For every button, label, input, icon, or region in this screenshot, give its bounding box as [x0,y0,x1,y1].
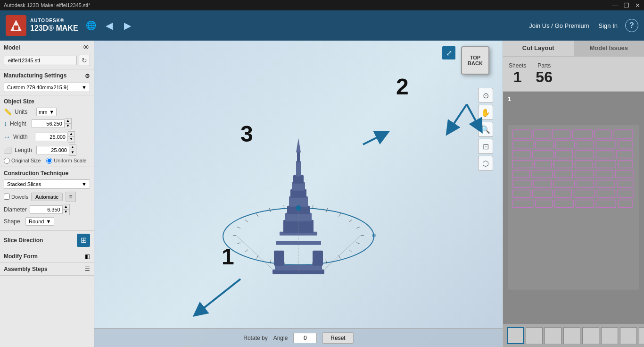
construction-dropdown[interactable]: Stacked Slices ▼ [4,179,90,189]
fit-tool[interactable]: ⊡ [478,139,493,154]
restore-button[interactable]: ❐ [624,2,629,9]
modify-form-label: Modify Form [4,253,38,260]
annotation-2: 2 [396,74,409,100]
redo-button[interactable]: ▶ [122,18,133,33]
model-label: Model [4,44,20,51]
eiffel-model-svg [199,104,397,302]
height-up[interactable]: ▲ [65,118,71,124]
svg-line-6 [339,213,341,216]
tab-cut-layout[interactable]: Cut Layout [503,41,574,56]
shape-dropdown[interactable]: Round ▼ [25,217,54,226]
height-label: Height [10,120,29,127]
cube-navigator[interactable]: TOP BACK [461,46,493,78]
tab-model-issues[interactable]: Model Issues [574,41,644,56]
units-value: mm [39,109,47,115]
sheet-thumb-6[interactable] [601,327,618,344]
svg-rect-1 [14,25,18,30]
uniform-scale-radio[interactable] [46,158,52,164]
zoom-tool[interactable]: 🔍 [478,122,493,137]
sheet-thumb-1[interactable] [507,327,524,344]
perspective-tool[interactable]: ⬡ [478,156,493,171]
original-size-option[interactable]: Original Size [4,158,41,164]
uniform-scale-label: Uniform Scale [54,158,86,163]
svg-line-23 [245,220,248,222]
side-tools: ⊙ ✋ 🔍 ⊡ ⬡ [478,88,493,171]
length-up[interactable]: ▲ [69,145,76,150]
auto-button[interactable]: Automatic [31,193,63,201]
minimize-button[interactable]: — [612,2,618,9]
shape-arrow: ▼ [46,219,51,224]
original-size-radio[interactable] [4,158,10,164]
model-section: Model 👁 eiffel12345.stl ↻ [0,41,94,69]
object-size-label: Object Size [4,98,90,105]
sheet-thumb-5[interactable] [582,327,599,344]
join-premium-link[interactable]: Join Us / Go Premium [529,22,589,29]
sheet-number: 1 [508,95,511,102]
width-up[interactable]: ▲ [68,132,74,137]
expand-button[interactable]: ⤢ [442,46,455,59]
construction-label: Construction Technique [4,170,90,177]
mfg-settings-icon[interactable]: ⚙ [85,73,90,79]
help-button[interactable]: ? [625,19,638,32]
height-down[interactable]: ▼ [65,124,71,129]
sign-in-link[interactable]: Sign In [599,22,618,29]
cut-layout-preview: 1 [503,92,644,323]
rotate-label: Rotate by [243,335,267,341]
slice-direction-button[interactable]: ⊞ [77,234,90,247]
svg-point-47 [372,233,376,237]
svg-rect-30 [313,250,323,265]
mfg-dropdown-arrow: ▼ [82,85,87,90]
length-input-wrap: ▲ ▼ [36,144,90,156]
units-icon: 📏 [4,108,12,116]
diameter-input[interactable] [30,205,63,214]
right-panel: Cut Layout Model Issues Sheets 1 Parts 5… [503,41,644,347]
length-down[interactable]: ▼ [69,150,76,155]
parts-block: Parts 56 [536,62,553,85]
sheet-thumb-3[interactable] [545,327,561,344]
undo-button[interactable]: ◀ [104,18,115,33]
length-label: Length [15,147,33,153]
logo-icon [8,18,24,33]
scale-options: Original Size Uniform Scale [4,158,90,164]
viewport[interactable]: ⤢ TOP BACK ⊙ ✋ 🔍 ⊡ ⬡ [94,41,503,347]
mfg-section: Manufacturing Settings ⚙ Custom 279.40mm… [0,69,94,95]
construction-arrow: ▼ [82,181,87,187]
sheet-thumb-7[interactable] [620,327,637,344]
orbit-tool[interactable]: ⊙ [478,88,493,103]
assembly-steps-expand-icon[interactable]: ☰ [85,266,90,272]
svg-rect-29 [274,250,284,265]
angle-input[interactable] [293,333,317,343]
units-dropdown[interactable]: mm ▼ [36,108,57,116]
sheet-thumb-2[interactable] [526,327,543,344]
globe-icon: 🌐 [86,20,96,31]
length-input[interactable] [36,146,69,154]
visibility-toggle[interactable]: 👁 [83,43,90,52]
width-down[interactable]: ▼ [68,137,74,142]
width-input[interactable] [35,133,68,141]
dowels-settings-icon[interactable]: ≡ [66,192,76,202]
units-label: Units [15,109,33,115]
sheet-thumb-8[interactable] [639,327,644,344]
dowels-option[interactable]: Dowels [4,194,28,200]
svg-line-22 [237,227,240,228]
assembly-steps-section: Assembly Steps ☰ [0,263,94,276]
diameter-down[interactable]: ▼ [63,210,69,215]
pan-tool[interactable]: ✋ [478,105,493,120]
modify-form-expand-icon[interactable]: ◧ [85,253,90,260]
top-links: Join Us / Go Premium Sign In [529,22,618,29]
mfg-preset-dropdown[interactable]: Custom 279.40mmx215.9( ▼ [4,83,90,92]
sheets-value: 1 [509,69,526,85]
sheet-thumb-4[interactable] [563,327,580,344]
refresh-button[interactable]: ↻ [79,55,90,66]
uniform-scale-option[interactable]: Uniform Scale [46,158,86,164]
file-button[interactable]: eiffel12345.stl [4,56,77,65]
dowels-checkbox[interactable] [4,194,10,200]
cube-face[interactable]: TOP BACK [461,46,489,75]
window-title: Autodesk 123D Make: eiffel12345.stl* [4,2,612,8]
close-button[interactable]: ✕ [635,2,640,9]
height-input[interactable] [32,119,65,128]
reset-button[interactable]: Reset [322,332,353,344]
logo-area: AUTODESK® 123D® MAKE [6,15,78,36]
diameter-up[interactable]: ▲ [63,204,69,210]
diameter-row: Diameter ▲ ▼ [4,204,90,215]
